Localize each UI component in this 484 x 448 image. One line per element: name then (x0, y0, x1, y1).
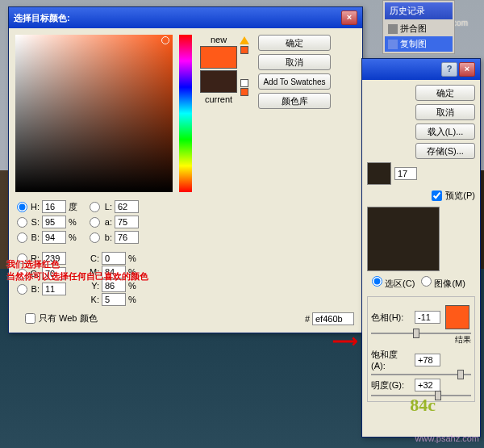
hue-label: 色相(H): (371, 312, 410, 324)
web-only-checkbox[interactable] (25, 313, 35, 324)
bv-label: B: (30, 232, 40, 242)
annotation-line2: 当然你可以选择任何自己喜欢的颜色 (6, 270, 148, 283)
hue-thumb[interactable] (413, 329, 419, 338)
sat-slider[interactable] (371, 374, 471, 375)
sat-label: 饱和度(A): (371, 349, 410, 371)
h-unit: 度 (69, 201, 80, 213)
fuzziness-input[interactable] (394, 167, 417, 180)
cancel-button[interactable]: 取消 (415, 104, 475, 120)
s-input[interactable] (42, 216, 66, 228)
sat-thumb[interactable] (457, 370, 464, 379)
layer-icon (388, 40, 398, 49)
light-thumb[interactable] (435, 391, 441, 400)
hex-input[interactable] (312, 312, 354, 325)
mode-selection[interactable]: 选区(C) (372, 276, 415, 290)
ok-button[interactable]: 确定 (258, 35, 331, 51)
author-watermark: 84c (410, 395, 436, 416)
gamut-swatch[interactable] (240, 46, 248, 54)
history-item-1[interactable]: 复制图 (385, 36, 453, 52)
h-input[interactable] (42, 200, 66, 213)
color-picker-dialog: 选择目标颜色: × new current 确定 取消 Add To Swatc… (8, 6, 363, 333)
result-swatch[interactable] (445, 305, 469, 329)
l-label: L: (102, 202, 112, 211)
hue-input[interactable] (415, 311, 440, 324)
color-field-marker (161, 36, 169, 44)
h-radio[interactable] (17, 202, 27, 212)
cancel-button[interactable]: 取消 (258, 54, 331, 70)
s-label: S: (30, 217, 40, 227)
preview-label: 预览(P) (445, 190, 475, 202)
history-palette: 历史记录 拼合图 复制图 (382, 0, 455, 54)
s-radio[interactable] (17, 217, 27, 228)
a-label: a: (102, 217, 112, 227)
ok-button[interactable]: 确定 (415, 85, 475, 101)
h-label: H: (30, 202, 40, 211)
preview-checkbox[interactable] (432, 191, 442, 201)
color-library-button[interactable]: 颜色库 (258, 93, 331, 109)
light-label: 明度(G): (371, 379, 410, 391)
preview-row[interactable]: 预览(P) (367, 188, 475, 203)
load-button[interactable]: 载入(L)... (415, 124, 475, 140)
b2-label: b: (102, 232, 112, 242)
mode-img-label: 图像(M) (434, 278, 465, 288)
websafe-swatch[interactable] (240, 88, 248, 96)
color-picker-title: 选择目标颜色: (14, 12, 70, 24)
k-label: K: (90, 295, 99, 304)
a-radio[interactable] (90, 217, 100, 228)
replacement-group: 色相(H): 结果 饱和度(A): 明度(G): (367, 296, 475, 402)
replace-titlebar[interactable]: ? × (362, 59, 480, 80)
annotation-line1: 我们选择红色 (6, 258, 148, 270)
b-label: B: (30, 284, 40, 294)
b2-radio[interactable] (90, 232, 100, 243)
hue-slider[interactable] (179, 35, 192, 192)
mode-sel-label: 选区(C) (385, 278, 415, 288)
b-radio[interactable] (17, 284, 27, 295)
history-item-label: 复制图 (400, 38, 427, 50)
sample-swatch[interactable] (367, 162, 391, 185)
a-input[interactable] (115, 216, 139, 228)
hue-slider[interactable] (371, 333, 471, 334)
mode-sel-radio[interactable] (372, 276, 382, 287)
bv-input[interactable] (42, 231, 66, 244)
bv-radio[interactable] (17, 232, 27, 243)
web-only-row[interactable]: 只有 Web 颜色 (17, 311, 106, 326)
light-input[interactable] (415, 379, 440, 391)
selection-preview (367, 207, 440, 271)
color-field[interactable] (15, 35, 173, 192)
replace-color-dialog: ? × 确定 取消 载入(L)... 存储(S)... 预览(P) 选区(C) … (361, 58, 481, 438)
new-label: new (198, 35, 239, 44)
layer-icon (388, 24, 398, 34)
gamut-warning-icon[interactable] (240, 36, 249, 44)
k-input[interactable] (102, 293, 126, 306)
s-unit: % (69, 217, 80, 227)
history-tab[interactable]: 历史记录 (385, 2, 453, 19)
web-only-label: 只有 Web 颜色 (39, 312, 98, 324)
mode-image[interactable]: 图像(M) (421, 276, 465, 290)
websafe-warning-icon[interactable] (240, 79, 248, 87)
help-icon[interactable]: ? (441, 62, 457, 77)
current-label: current (198, 94, 239, 104)
corner-watermark: www.psahz.com (415, 433, 479, 443)
annotation-text: 我们选择红色 当然你可以选择任何自己喜欢的颜色 (6, 258, 148, 283)
close-icon[interactable]: × (459, 62, 475, 77)
l-input[interactable] (115, 200, 139, 213)
history-item-label: 拼合图 (400, 23, 427, 35)
mode-img-radio[interactable] (421, 276, 432, 287)
add-swatch-button[interactable]: Add To Swatches (258, 73, 331, 90)
new-color-swatch (200, 46, 237, 69)
history-item-0[interactable]: 拼合图 (385, 21, 453, 36)
annotation-arrow: ⟶ (332, 331, 358, 352)
bv-unit: % (69, 232, 80, 242)
new-current-column: new current (198, 35, 239, 192)
color-picker-titlebar[interactable]: 选择目标颜色: × (9, 7, 362, 28)
sat-input[interactable] (415, 354, 440, 366)
color-picker-buttons: 确定 取消 Add To Swatches 颜色库 (250, 35, 331, 192)
b2-input[interactable] (115, 231, 139, 244)
current-color-swatch (200, 70, 237, 93)
close-icon[interactable]: × (341, 10, 357, 25)
l-radio[interactable] (90, 202, 100, 212)
save-button[interactable]: 存储(S)... (415, 143, 475, 159)
b-input[interactable] (42, 283, 66, 295)
hex-prefix: # (305, 314, 310, 324)
k-unit: % (128, 295, 140, 304)
